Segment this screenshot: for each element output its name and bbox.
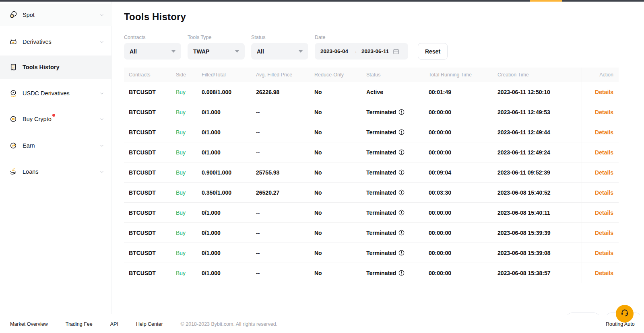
info-icon[interactable] bbox=[398, 189, 405, 195]
cell-creation-time: 2023-06-08 15:39:39 bbox=[497, 230, 582, 236]
column-header-total-running-time: Total Running Time bbox=[429, 72, 497, 78]
sidebar-item-spot[interactable]: Spot bbox=[0, 4, 112, 26]
cell-side: Buy bbox=[176, 129, 202, 136]
details-link[interactable]: Details bbox=[595, 169, 613, 176]
tools-type-select[interactable]: TWAP bbox=[188, 43, 245, 60]
details-link[interactable]: Details bbox=[595, 129, 613, 136]
cell-creation-time: 2023-06-08 15:38:57 bbox=[497, 270, 582, 276]
sidebar-item-label: Spot bbox=[23, 12, 35, 18]
main-content: Tools History Contracts All Tools Type T… bbox=[124, 2, 619, 23]
cell-creation-time: 2023-06-11 12:49:44 bbox=[497, 129, 582, 136]
cell-avg-filled-price: -- bbox=[256, 270, 314, 276]
details-link[interactable]: Details bbox=[595, 89, 613, 95]
cell-side: Buy bbox=[176, 189, 202, 196]
info-icon[interactable] bbox=[398, 109, 405, 115]
details-link[interactable]: Details bbox=[595, 109, 613, 115]
sidebar-item-label: USDC Derivatives bbox=[23, 90, 70, 97]
cell-action: Details bbox=[582, 243, 619, 263]
info-icon[interactable] bbox=[398, 210, 405, 216]
sidebar-item-label: Tools History bbox=[23, 64, 60, 70]
cell-creation-time: 2023-06-11 12:49:24 bbox=[497, 149, 582, 156]
table-row: BTCUSDTBuy0/1.000--NoTerminated00:00:002… bbox=[124, 223, 619, 243]
status-select[interactable]: All bbox=[251, 43, 308, 60]
cell-contracts: BTCUSDT bbox=[124, 210, 176, 216]
footer: Market Overview Trading Fee API Help Cen… bbox=[0, 315, 644, 333]
chevron-down-icon bbox=[99, 116, 105, 122]
buy-crypto-icon bbox=[9, 115, 18, 123]
cell-status: Terminated bbox=[366, 129, 429, 136]
cell-action: Details bbox=[582, 102, 619, 122]
cell-reduce-only: No bbox=[314, 210, 366, 216]
cell-side: Buy bbox=[176, 89, 202, 95]
customer-support-button[interactable] bbox=[616, 305, 634, 323]
table-row: BTCUSDTBuy0/1.000--NoTerminated00:00:002… bbox=[124, 142, 619, 162]
cell-status: Terminated bbox=[366, 189, 429, 196]
earn-icon bbox=[9, 141, 18, 150]
cell-action: Details bbox=[582, 203, 619, 222]
info-icon[interactable] bbox=[398, 250, 405, 256]
cell-action: Details bbox=[582, 142, 619, 162]
tools-history-icon bbox=[9, 63, 18, 72]
status-text: Terminated bbox=[366, 109, 396, 115]
cell-total-running-time: 00:09:04 bbox=[429, 169, 497, 176]
footer-link-help-center[interactable]: Help Center bbox=[136, 321, 163, 327]
sidebar-item-buy-crypto[interactable]: Buy Crypto bbox=[0, 108, 112, 130]
table-row: BTCUSDTBuy0/1.000--NoTerminated00:00:002… bbox=[124, 102, 619, 122]
table-body: BTCUSDTBuy0.008/1.00026226.98NoActive00:… bbox=[124, 82, 619, 283]
cell-total-running-time: 00:00:00 bbox=[429, 270, 497, 276]
sidebar-item-usdc-derivatives[interactable]: USDC Derivatives bbox=[0, 82, 112, 105]
caret-down-icon bbox=[235, 50, 239, 53]
cell-reduce-only: No bbox=[314, 189, 366, 196]
sidebar-item-loans[interactable]: Loans bbox=[0, 160, 112, 183]
top-scrollbar-thumb[interactable] bbox=[530, 0, 562, 2]
info-icon[interactable] bbox=[398, 230, 405, 236]
footer-link-trading-fee[interactable]: Trading Fee bbox=[66, 321, 93, 327]
cell-filled-total: 0/1.000 bbox=[202, 230, 256, 236]
sidebar-item-earn[interactable]: Earn bbox=[0, 134, 112, 157]
footer-link-api[interactable]: API bbox=[110, 321, 118, 327]
column-header-filled-total: Filled/Total bbox=[202, 72, 256, 78]
footer-copyright: © 2018-2023 Bybit.com. All rights reserv… bbox=[181, 321, 278, 327]
reset-button[interactable]: Reset bbox=[418, 43, 448, 60]
cell-side: Buy bbox=[176, 210, 202, 216]
date-range-picker[interactable]: 2023-06-04 → 2023-06-11 bbox=[315, 43, 408, 60]
cell-side: Buy bbox=[176, 270, 202, 276]
cell-filled-total: 0/1.000 bbox=[202, 149, 256, 156]
column-header-status: Status bbox=[366, 72, 429, 78]
details-link[interactable]: Details bbox=[595, 149, 613, 156]
cell-avg-filled-price: -- bbox=[256, 129, 314, 136]
filter-tools-type: Tools Type TWAP bbox=[188, 35, 245, 60]
sidebar-item-label: Loans bbox=[23, 169, 39, 175]
caret-down-icon bbox=[299, 50, 303, 53]
cell-contracts: BTCUSDT bbox=[124, 230, 176, 236]
chevron-down-icon bbox=[99, 143, 105, 148]
cell-status: Terminated bbox=[366, 250, 429, 256]
cell-total-running-time: 00:00:00 bbox=[429, 149, 497, 156]
column-header-creation-time: Creation Time bbox=[497, 72, 582, 78]
cell-side: Buy bbox=[176, 230, 202, 236]
column-header-contracts: Contracts bbox=[124, 72, 176, 78]
sidebar-item-derivatives[interactable]: Derivatives bbox=[0, 31, 112, 53]
table-row: BTCUSDTBuy0/1.000--NoTerminated00:00:002… bbox=[124, 203, 619, 223]
sidebar-item-tools-history[interactable]: Tools History bbox=[0, 56, 112, 79]
sidebar-item-label: Earn bbox=[23, 142, 35, 149]
details-link[interactable]: Details bbox=[595, 189, 613, 196]
cell-contracts: BTCUSDT bbox=[124, 250, 176, 256]
info-icon[interactable] bbox=[398, 129, 405, 135]
details-link[interactable]: Details bbox=[595, 270, 613, 276]
table-row: BTCUSDTBuy0.900/1.00025755.93NoTerminate… bbox=[124, 162, 619, 183]
details-link[interactable]: Details bbox=[595, 230, 613, 236]
cell-total-running-time: 00:00:00 bbox=[429, 129, 497, 136]
details-link[interactable]: Details bbox=[595, 250, 613, 256]
info-icon[interactable] bbox=[398, 149, 405, 155]
details-link[interactable]: Details bbox=[595, 210, 613, 216]
info-icon[interactable] bbox=[398, 270, 405, 276]
cell-status: Terminated bbox=[366, 109, 429, 115]
status-select-value: All bbox=[257, 48, 264, 55]
date-from-value: 2023-06-04 bbox=[320, 48, 348, 54]
cell-side: Buy bbox=[176, 109, 202, 115]
cell-total-running-time: 00:03:30 bbox=[429, 189, 497, 196]
contracts-select[interactable]: All bbox=[124, 43, 181, 60]
footer-link-market-overview[interactable]: Market Overview bbox=[10, 321, 48, 327]
info-icon[interactable] bbox=[398, 169, 405, 175]
